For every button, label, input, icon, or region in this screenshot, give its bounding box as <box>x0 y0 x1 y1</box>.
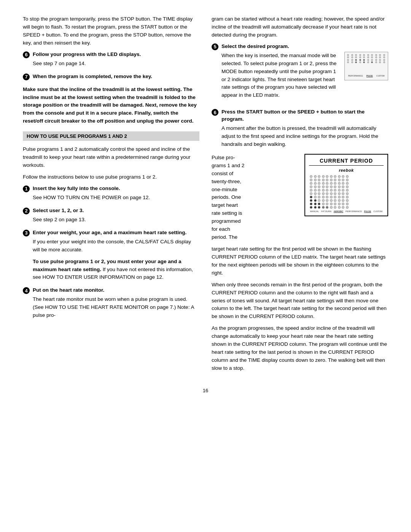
step-3-content-1: If you enter your weight into the consol… <box>33 238 199 254</box>
step-6b-title: Press the START button or the SPEED + bu… <box>221 109 388 123</box>
console-dots <box>345 52 388 65</box>
step-2-title: Select user 1, 2, or 3. <box>33 207 84 214</box>
step-6b-header: 6 Press the START button or the SPEED + … <box>212 109 388 123</box>
target-para-2: When only three seconds remain in the fi… <box>212 281 388 321</box>
step-5-number: 5 <box>212 43 218 50</box>
pulse-intro-2: Follow the instructions below to use pul… <box>23 173 199 181</box>
step-5-content: When the key is inserted, the manual mod… <box>221 52 388 104</box>
step-3-number: 3 <box>23 230 30 236</box>
step-1-title: Insert the key fully into the console. <box>33 185 120 192</box>
step-4-number: 4 <box>23 287 30 294</box>
intro-paragraph: To stop the program temporarily, press t… <box>23 15 199 47</box>
page-container: To stop the program temporarily, press t… <box>23 15 388 376</box>
step-5-title: Select the desired program. <box>221 43 289 50</box>
step-3-content: If you enter your weight into the consol… <box>33 238 199 282</box>
step-6-block: 6 Follow your progress with the LED disp… <box>23 51 199 68</box>
step-3-title: Enter your weight, your age, and a maxim… <box>33 229 186 236</box>
step-1-block: 1 Insert the key fully into the console.… <box>23 185 199 202</box>
step-5-header: 5 Select the desired program. <box>212 43 388 50</box>
step-2-content: See step 2 on page 13. <box>33 216 199 224</box>
step-2-number: 2 <box>23 208 30 214</box>
step-6-header: 6 Follow your progress with the LED disp… <box>23 51 199 58</box>
step-7-title: When the program is completed, remove th… <box>33 73 152 80</box>
pulse-label-text: Pulse pro- grams 1 and 2 consist of twen… <box>212 154 296 241</box>
step-5-inline: When the key is inserted, the manual mod… <box>221 52 388 104</box>
step-1-content: See HOW TO TURN ON THE POWER on page 12. <box>33 194 199 202</box>
cp-bottom-labels: MANUAL FAT BURN AEROBIC PERFORMANCE PULS… <box>309 210 384 212</box>
target-para-3: As the program progresses, the speed and… <box>212 324 388 372</box>
step-4-header: 4 Put on the heart rate monitor. <box>23 287 199 294</box>
step-4-title: Put on the heart rate monitor. <box>33 287 104 294</box>
reebok-logo-svg: reebok <box>331 168 362 173</box>
step-6b-block: 6 Press the START button or the SPEED + … <box>212 109 388 149</box>
section-header: HOW TO USE PULSE PROGRAMS 1 AND 2 <box>23 131 199 141</box>
step-4-block: 4 Put on the heart rate monitor. The hea… <box>23 287 199 320</box>
step-3-content-2: To use pulse programs 1 or 2, you must e… <box>33 258 199 282</box>
page-number: 16 <box>23 388 388 393</box>
reebok-logo: reebok <box>309 168 384 174</box>
step-3-header: 3 Enter your weight, your age, and a max… <box>23 229 199 236</box>
step-2-block: 2 Select user 1, 2, or 3. See step 2 on … <box>23 207 199 224</box>
step-1-number: 1 <box>23 185 30 192</box>
current-period-title: CURRENT PERIOD <box>309 158 384 166</box>
step-7-block: 7 When the program is completed, remove … <box>23 73 199 80</box>
target-para-1: target heart rate setting for the first … <box>212 245 388 277</box>
step-7-header: 7 When the program is completed, remove … <box>23 73 199 80</box>
step-5-block: 5 Select the desired program. When the k… <box>212 43 388 104</box>
svg-text:reebok: reebok <box>339 168 354 173</box>
step-6b-content: A moment after the button is pressed, th… <box>221 125 388 149</box>
right-column: gram can be started without a heart rate… <box>212 15 388 376</box>
cp-dot-rows <box>309 175 384 209</box>
step-5-text: When the key is inserted, the manual mod… <box>221 52 340 100</box>
step-2-header: 2 Select user 1, 2, or 3. <box>23 207 199 214</box>
current-period-box: CURRENT PERIOD reebok <box>304 154 388 216</box>
step-4-content: The heart rate monitor must be worn when… <box>33 296 199 320</box>
pulse-intro-1: Pulse programs 1 and 2 automatically con… <box>23 145 199 169</box>
treadmill-console-image: PERFORMANCE PULSE CUSTOM <box>344 52 388 80</box>
console-bottom-bar: PERFORMANCE PULSE CUSTOM <box>345 75 388 78</box>
step-6b-number: 6 <box>212 109 218 116</box>
left-column: To stop the program temporarily, press t… <box>23 15 199 376</box>
step-7-number: 7 <box>23 73 30 80</box>
step-1-header: 1 Insert the key fully into the console. <box>23 185 199 192</box>
warning-text: Make sure that the incline of the treadm… <box>23 86 199 126</box>
step-3-block: 3 Enter your weight, your age, and a max… <box>23 229 199 282</box>
current-period-section: Pulse pro- grams 1 and 2 consist of twen… <box>212 154 388 241</box>
step-6-title: Follow your progress with the LED displa… <box>33 51 141 58</box>
step-6-number: 6 <box>23 51 30 58</box>
step-6-content: See step 7 on page 14. <box>33 60 199 68</box>
right-intro: gram can be started without a heart rate… <box>212 15 388 39</box>
